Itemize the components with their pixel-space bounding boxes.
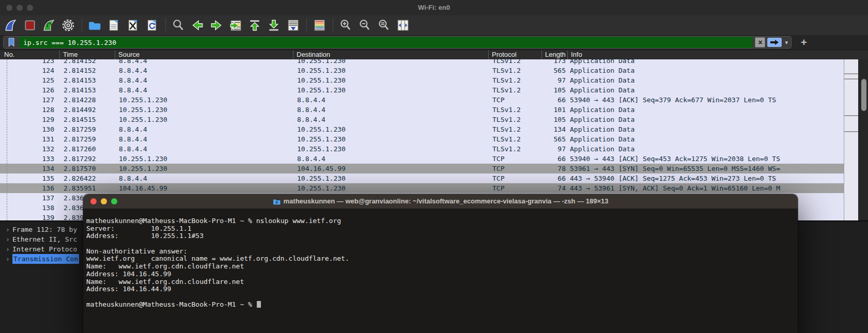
- terminal-line: [86, 293, 798, 301]
- go-to-packet-icon[interactable]: [229, 19, 242, 32]
- toolbar-separator: [306, 19, 307, 32]
- packet-cell-length: 97: [541, 144, 566, 154]
- packet-cell-time: 2.814228: [59, 95, 115, 105]
- packet-cell-destination: 10.255.1.230: [293, 124, 488, 134]
- column-header-no[interactable]: No.: [0, 50, 59, 59]
- packet-cell-info: 53961 → 443 [SYN] Seq=0 Win=65535 Len=0 …: [566, 164, 844, 173]
- packet-cell-destination: 10.255.1.230: [293, 134, 488, 144]
- packet-cell-no: 125: [10, 75, 59, 85]
- packet-cell-no: 135: [10, 173, 59, 183]
- packet-row[interactable]: 1282.81449210.255.1.2308.8.4.4TLSv1.2101…: [0, 105, 844, 115]
- packet-cell-destination: 10.255.1.230: [293, 173, 488, 183]
- packet-row[interactable]: 1322.8172608.8.4.410.255.1.230TLSv1.297A…: [0, 144, 844, 154]
- start-capture-fin-icon[interactable]: [4, 19, 18, 32]
- first-packet-icon[interactable]: [248, 19, 261, 32]
- bookmark-icon[interactable]: [4, 37, 19, 48]
- filter-input[interactable]: ip.src === 10.255.1.230: [19, 37, 753, 48]
- find-packet-icon[interactable]: [172, 19, 185, 32]
- expand-chevron-icon[interactable]: ›: [3, 234, 12, 244]
- wireshark-titlebar: Wi-Fi: en0: [0, 0, 868, 16]
- add-filter-button[interactable]: +: [801, 37, 807, 49]
- packet-cell-destination: 8.8.4.4: [293, 115, 488, 124]
- terminal-cursor: [257, 301, 261, 308]
- scrollbar-mark: [844, 78, 859, 80]
- column-header-source[interactable]: Source: [115, 50, 293, 59]
- open-file-folder-icon[interactable]: [88, 19, 101, 32]
- apply-filter-button[interactable]: [767, 38, 782, 47]
- terminal-line: www.ietf.org canonical name = www.ietf.o…: [86, 255, 798, 263]
- packet-cell-destination: 8.8.4.4: [293, 154, 488, 164]
- restart-capture-icon[interactable]: [42, 19, 56, 32]
- packet-cell-time: 2.817259: [59, 124, 115, 134]
- intelligent-scrollbar[interactable]: [844, 59, 859, 220]
- column-header-length[interactable]: Length: [541, 50, 567, 59]
- vertical-scrollbar[interactable]: [858, 59, 868, 220]
- packet-row[interactable]: 1252.8141538.8.4.410.255.1.230TLSv1.297A…: [0, 75, 844, 85]
- scrollbar-thumb[interactable]: [861, 79, 866, 111]
- packet-cell-source: 8.8.4.4: [115, 59, 293, 66]
- terminal-content[interactable]: matheuskunnen@Matheuss-MacBook-Pro-M1 ~ …: [83, 209, 798, 333]
- stop-capture-icon[interactable]: [23, 19, 37, 32]
- last-packet-icon[interactable]: [267, 19, 281, 32]
- column-header-protocol[interactable]: Protocol: [488, 50, 541, 59]
- terminal-titlebar[interactable]: matheuskunnen — web@granviaonline: ~/vit…: [83, 194, 798, 209]
- packet-row[interactable]: 1342.81757010.255.1.230104.16.45.99TCP78…: [0, 164, 844, 173]
- packet-row[interactable]: 1302.8172598.8.4.410.255.1.230TLSv1.2134…: [0, 124, 844, 134]
- coloring-rules-icon[interactable]: [313, 19, 326, 32]
- terminal-title: matheuskunnen — web@granviaonline: ~/vit…: [83, 197, 798, 205]
- terminal-window[interactable]: matheuskunnen — web@granviaonline: ~/vit…: [83, 194, 798, 333]
- save-file-icon[interactable]: [107, 19, 120, 32]
- packet-cell-length: 101: [541, 105, 566, 115]
- next-packet-icon[interactable]: [210, 19, 223, 32]
- packet-row[interactable]: 1352.8264228.8.4.410.255.1.230TCP66443 →…: [0, 173, 844, 183]
- packet-cell-time: 2.814153: [59, 75, 115, 85]
- packet-row[interactable]: 1362.835951104.16.45.9910.255.1.230TCP74…: [0, 183, 844, 193]
- display-filter-bar: ip.src === 10.255.1.230 × ▾ +: [0, 35, 868, 50]
- packet-cell-time: 2.814492: [59, 105, 115, 115]
- terminal-line: Address: 104.16.45.99: [86, 271, 798, 278]
- expand-chevron-icon[interactable]: ›: [3, 225, 12, 234]
- packet-row[interactable]: 1242.8141528.8.4.410.255.1.230TLSv1.2565…: [0, 66, 844, 75]
- packet-cell-protocol: TLSv1.2: [488, 59, 541, 66]
- close-file-icon[interactable]: [126, 19, 140, 32]
- packet-row[interactable]: 1232.8141528.8.4.410.255.1.230TLSv1.2173…: [0, 59, 844, 66]
- packet-cell-no: 124: [10, 66, 59, 75]
- toolbar-separator: [82, 19, 83, 32]
- packet-cell-info: Application Data: [566, 59, 844, 66]
- zoom-in-icon[interactable]: [339, 19, 352, 32]
- packet-cell-info: Application Data: [566, 85, 844, 95]
- packet-cell-info: Application Data: [566, 134, 844, 144]
- column-header-info[interactable]: Info: [567, 50, 868, 59]
- column-header-destination[interactable]: Destination: [293, 50, 488, 59]
- packet-row[interactable]: 1292.81451510.255.1.2308.8.4.4TLSv1.2105…: [0, 115, 844, 124]
- packet-row[interactable]: 1332.81729210.255.1.2308.8.4.4TCP6653940…: [0, 154, 844, 164]
- packet-cell-time: 2.817292: [59, 154, 115, 164]
- packet-row[interactable]: 1272.81422810.255.1.2308.8.4.4TCP6653940…: [0, 95, 844, 105]
- terminal-prompt-line: matheuskunnen@Matheuss-MacBook-Pro-M1 ~ …: [86, 301, 798, 309]
- packet-row[interactable]: 1262.8141538.8.4.410.255.1.230TLSv1.2105…: [0, 85, 844, 95]
- clear-filter-button[interactable]: ×: [755, 37, 765, 47]
- resize-columns-icon[interactable]: [396, 19, 410, 32]
- filter-dropdown-caret-icon[interactable]: ▾: [784, 39, 789, 46]
- packet-cell-info: Application Data: [566, 144, 844, 154]
- packet-cell-destination: 8.8.4.4: [293, 105, 488, 115]
- capture-options-gear-icon[interactable]: [61, 19, 75, 32]
- zoom-out-icon[interactable]: [358, 19, 371, 32]
- packet-cell-destination: 10.255.1.230: [293, 75, 488, 85]
- auto-scroll-icon[interactable]: [286, 19, 300, 32]
- packet-cell-protocol: TLSv1.2: [488, 124, 541, 134]
- zoom-reset-icon[interactable]: [377, 19, 391, 32]
- column-header-time[interactable]: Time: [59, 50, 115, 59]
- packet-cell-info: 53940 → 443 [ACK] Seq=379 Ack=677 Win=20…: [566, 95, 844, 105]
- display-filter-field[interactable]: ip.src === 10.255.1.230 × ▾: [3, 36, 792, 49]
- related-packet-gutter: [7, 59, 7, 220]
- previous-packet-icon[interactable]: [191, 19, 204, 32]
- packet-cell-length: 78: [541, 164, 566, 173]
- expand-chevron-icon[interactable]: ›: [3, 254, 12, 264]
- scrollbar-mark: [844, 115, 859, 116]
- packet-cell-source: 8.8.4.4: [115, 85, 293, 95]
- packet-row[interactable]: 1312.8172598.8.4.410.255.1.230TLSv1.2565…: [0, 134, 844, 144]
- toolbar-separator: [165, 19, 166, 32]
- expand-chevron-icon[interactable]: ›: [3, 244, 12, 254]
- reload-file-icon[interactable]: [145, 19, 159, 32]
